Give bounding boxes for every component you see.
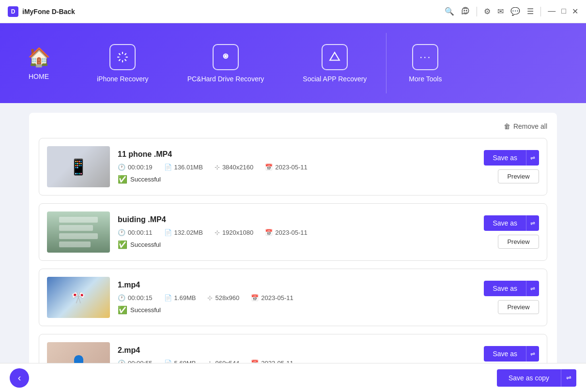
file-icon: 📄 xyxy=(164,164,172,171)
nav-social-recovery[interactable]: Social APP Recovery xyxy=(283,23,386,103)
search-icon[interactable]: 🔍 xyxy=(445,7,454,16)
iphone-recovery-icon xyxy=(109,44,136,70)
resize-icon: ⊹ xyxy=(215,229,220,236)
social-recovery-icon xyxy=(322,44,348,70)
file-name: 1.mp4 xyxy=(118,281,476,289)
file-name: 2.mp4 xyxy=(118,346,476,355)
remove-all-row: 🗑 Remove all xyxy=(39,122,547,130)
save-as-copy-button[interactable]: Save as copy xyxy=(497,369,561,387)
file-status: ✅ Successful xyxy=(118,240,476,249)
app-logo: D xyxy=(8,6,18,17)
save-as-button[interactable]: Save as xyxy=(484,150,526,166)
file-actions: Save as ⇌ Preview xyxy=(484,215,539,249)
file-meta: 🕐 00:00:19 📄 136.01MB ⊹ 3840x2160 📅 2023… xyxy=(118,164,476,171)
resize-icon: ⊹ xyxy=(215,164,220,171)
save-as-arrow-button[interactable]: ⇌ xyxy=(526,150,539,166)
save-as-arrow-button[interactable]: ⇌ xyxy=(526,281,539,296)
discord-icon[interactable] xyxy=(461,6,470,17)
menu-icon[interactable]: ☰ xyxy=(527,7,534,16)
file-status: ✅ Successful xyxy=(118,305,476,315)
home-icon: 🏠 xyxy=(28,46,50,68)
file-name: 11 phone .MP4 xyxy=(118,150,476,159)
minimize-button[interactable]: — xyxy=(548,7,555,16)
pc-recovery-icon xyxy=(213,44,239,70)
app-title: iMyFone D-Back xyxy=(22,8,75,15)
status-check-icon: ✅ xyxy=(118,240,127,249)
file-thumbnail xyxy=(47,211,110,253)
svg-point-1 xyxy=(466,10,467,11)
titlebar: D iMyFone D-Back 🔍 ⚙ ✉ 💬 ☰ — □ ✕ xyxy=(0,0,586,23)
file-row: buiding .MP4 🕐 00:00:11 📄 132.02MB ⊹ 192… xyxy=(39,203,547,261)
nav-pc-label: PC&Hard Drive Recovery xyxy=(187,75,264,83)
preview-button[interactable]: Preview xyxy=(498,235,539,249)
file-icon: 📄 xyxy=(164,229,172,236)
resize-icon: ⊹ xyxy=(207,294,213,302)
preview-button[interactable]: Preview xyxy=(498,169,539,183)
nav-social-label: Social APP Recovery xyxy=(303,75,367,83)
file-meta: 🕐 00:00:15 📄 1.69MB ⊹ 528x960 📅 2023-05-… xyxy=(118,294,476,302)
file-thumbnail: 👤 xyxy=(47,342,110,363)
file-info: 1.mp4 🕐 00:00:15 📄 1.69MB ⊹ 528x960 xyxy=(118,281,476,315)
nav-more-label: More Tools xyxy=(409,75,442,83)
save-as-arrow-button[interactable]: ⇌ xyxy=(526,346,539,362)
size-item: 📄 5.69MB xyxy=(164,360,196,363)
save-as-button[interactable]: Save as xyxy=(484,346,526,362)
svg-point-0 xyxy=(464,10,465,11)
resolution-item: ⊹ 3840x2160 xyxy=(215,164,253,171)
resolution-item: ⊹ 1920x1080 xyxy=(215,229,253,236)
clock-icon: 🕐 xyxy=(118,164,125,171)
save-as-button[interactable]: Save as xyxy=(484,281,526,296)
titlebar-right: 🔍 ⚙ ✉ 💬 ☰ — □ ✕ xyxy=(445,6,578,17)
file-thumbnail: 📱 xyxy=(47,146,110,187)
nav-home[interactable]: 🏠 HOME xyxy=(0,23,77,103)
content-area: 🗑 Remove all 📱 11 phone .MP4 🕐 00:00:19 … xyxy=(29,113,557,363)
calendar-icon: 📅 xyxy=(265,229,273,236)
date-item: 📅 2023-05-11 xyxy=(251,294,293,302)
status-check-icon: ✅ xyxy=(118,305,127,315)
date-item: 📅 2023-05-11 xyxy=(251,360,293,363)
save-copy-row: Save as copy ⇌ xyxy=(497,369,576,387)
preview-button[interactable]: Preview xyxy=(498,300,539,314)
divider xyxy=(477,7,477,16)
size-item: 📄 1.69MB xyxy=(164,294,196,302)
clock-icon: 🕐 xyxy=(118,360,125,363)
clock-icon: 🕐 xyxy=(118,294,125,302)
maximize-button[interactable]: □ xyxy=(561,7,566,16)
file-actions: Save as ⇌ Preview xyxy=(484,346,539,363)
trash-icon: 🗑 xyxy=(504,122,510,130)
back-button[interactable]: ‹ xyxy=(10,368,29,388)
svg-point-3 xyxy=(225,55,226,57)
save-copy-arrow-button[interactable]: ⇌ xyxy=(561,369,576,387)
file-actions: Save as ⇌ Preview xyxy=(484,281,539,314)
save-as-row: Save as ⇌ xyxy=(484,281,539,296)
window-controls: — □ ✕ xyxy=(548,7,578,16)
calendar-icon: 📅 xyxy=(251,294,259,302)
save-as-button[interactable]: Save as xyxy=(484,215,526,231)
file-icon: 📄 xyxy=(164,360,172,363)
calendar-icon: 📅 xyxy=(265,164,273,171)
save-as-arrow-button[interactable]: ⇌ xyxy=(526,215,539,231)
file-info: buiding .MP4 🕐 00:00:11 📄 132.02MB ⊹ 192… xyxy=(118,215,476,249)
file-row: 📱 11 phone .MP4 🕐 00:00:19 📄 136.01MB ⊹ xyxy=(39,138,547,196)
calendar-icon: 📅 xyxy=(251,360,259,363)
file-row: 🎌 1.mp4 🕐 00:00:15 📄 1.69MB ⊹ 528x960 xyxy=(39,269,547,326)
nav-iphone-recovery[interactable]: iPhone Recovery xyxy=(77,23,168,103)
file-status: ✅ Successful xyxy=(118,175,476,184)
size-item: 📄 132.02MB xyxy=(164,229,203,236)
nav-pc-recovery[interactable]: PC&Hard Drive Recovery xyxy=(168,23,284,103)
nav-iphone-label: iPhone Recovery xyxy=(97,75,149,83)
chat-icon[interactable]: 💬 xyxy=(510,7,520,16)
remove-all-button[interactable]: 🗑 Remove all xyxy=(504,122,547,130)
mail-icon[interactable]: ✉ xyxy=(497,7,504,16)
titlebar-left: D iMyFone D-Back xyxy=(8,6,75,17)
file-icon: 📄 xyxy=(164,294,172,302)
file-meta: 🕐 00:00:55 📄 5.69MB ⊹ 960x544 📅 2023-05-… xyxy=(118,360,476,363)
nav-more-tools[interactable]: ··· More Tools xyxy=(386,23,464,103)
file-name: buiding .MP4 xyxy=(118,215,476,224)
settings-icon[interactable]: ⚙ xyxy=(484,7,491,16)
divider2 xyxy=(540,7,541,16)
main-content: 🗑 Remove all 📱 11 phone .MP4 🕐 00:00:19 … xyxy=(0,103,586,363)
file-thumbnail: 🎌 xyxy=(47,277,110,318)
close-button[interactable]: ✕ xyxy=(572,7,578,16)
clock-icon: 🕐 xyxy=(118,229,125,236)
